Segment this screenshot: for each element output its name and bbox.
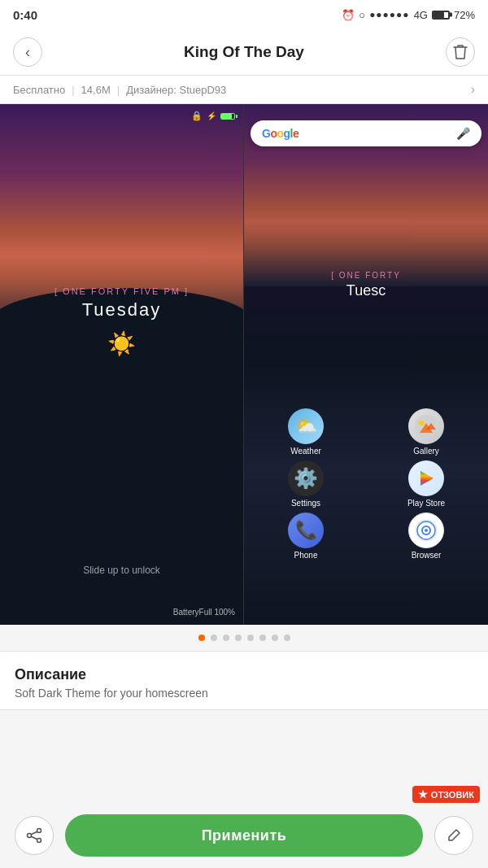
delete-button[interactable] bbox=[446, 37, 475, 67]
battery-indicator bbox=[432, 11, 450, 20]
browser-icon bbox=[408, 513, 444, 548]
battery-full-text: BatteryFull 100% bbox=[173, 608, 235, 617]
gallery-mountain-icon bbox=[415, 415, 438, 438]
lockscreen-time-area: [ ONE FORTY FIVE PM ] Tuesday ☀️ bbox=[0, 286, 243, 357]
watermark: ★ ОТЗОВИК bbox=[412, 786, 480, 803]
phone-icon: 📞 bbox=[288, 513, 324, 548]
time-bracket: [ ONE FORTY FIVE PM ] bbox=[54, 286, 189, 296]
dot-4[interactable] bbox=[235, 635, 242, 641]
divider1: | bbox=[72, 84, 74, 96]
watermark-text: ОТЗОВИК bbox=[431, 790, 474, 800]
battery-green bbox=[220, 113, 235, 120]
homescreen-preview: Google 🎤 [ ONE FORTY Tuesc ⛅ Weather bbox=[244, 104, 488, 625]
page-title: King Of The Day bbox=[42, 43, 446, 61]
battery-percent: 72% bbox=[454, 9, 475, 21]
weather-icon: ⛅ bbox=[288, 408, 324, 444]
apply-button[interactable]: Применить bbox=[65, 814, 423, 857]
bottom-bar: Применить bbox=[0, 803, 488, 868]
network-type: 4G bbox=[414, 9, 428, 21]
star-icon: ★ bbox=[418, 788, 428, 800]
divider2: | bbox=[117, 84, 120, 96]
edit-button[interactable] bbox=[434, 816, 473, 855]
hills-silhouette bbox=[0, 312, 243, 625]
description-section: Описание Soft Dark Theme for your homesc… bbox=[0, 651, 488, 710]
homescreen-time: [ ONE FORTY Tuesc bbox=[244, 271, 488, 299]
back-button[interactable]: ‹ bbox=[13, 37, 42, 67]
svg-point-12 bbox=[28, 834, 32, 838]
dot-5[interactable] bbox=[247, 635, 254, 641]
gallery-label: Gallery bbox=[413, 447, 439, 456]
preview-dots bbox=[0, 625, 488, 651]
svg-point-9 bbox=[425, 529, 428, 532]
app-icons-grid: ⛅ Weather Gallery ⚙️ bbox=[247, 408, 485, 560]
dot-6[interactable] bbox=[259, 635, 266, 641]
lightning-icon: ⚡ bbox=[207, 111, 216, 120]
app-gallery[interactable]: Gallery bbox=[368, 408, 485, 456]
signal-icon: ●●●●●● bbox=[369, 9, 410, 20]
status-right: ⏰ ○ ●●●●●● 4G 72% bbox=[342, 9, 475, 21]
subtitle-bar: Бесплатно | 14,6M | Дизайнер: StuepD93 › bbox=[0, 76, 488, 104]
day-name-right: Tuesc bbox=[346, 282, 386, 299]
alarm-icon: ⏰ bbox=[342, 9, 355, 21]
playstore-label: Play Store bbox=[407, 499, 445, 508]
settings-label: Settings bbox=[291, 499, 320, 508]
header: ‹ King Of The Day bbox=[0, 29, 488, 76]
dot-2[interactable] bbox=[211, 635, 217, 641]
svg-line-13 bbox=[31, 831, 37, 835]
dot-8[interactable] bbox=[284, 635, 290, 641]
gear-icon: ⚙️ bbox=[294, 467, 318, 490]
playstore-icon bbox=[408, 460, 444, 496]
edit-icon bbox=[447, 828, 461, 843]
chevron-right-icon[interactable]: › bbox=[471, 82, 475, 97]
svg-point-3 bbox=[419, 421, 424, 425]
mic-icon[interactable]: 🎤 bbox=[456, 127, 470, 140]
lockscreen-top-icons: 🔒 ⚡ bbox=[191, 111, 235, 121]
app-browser[interactable]: Browser bbox=[368, 513, 485, 560]
app-weather[interactable]: ⛅ Weather bbox=[247, 408, 364, 456]
circle-icon: ○ bbox=[359, 9, 365, 21]
slide-unlock-text: Slide up to unlock bbox=[0, 565, 243, 576]
svg-line-14 bbox=[31, 836, 37, 840]
dot-7[interactable] bbox=[272, 635, 278, 641]
gallery-icon bbox=[408, 408, 444, 444]
preview-section: 🔒 ⚡ [ ONE FORTY FIVE PM ] Tuesday ☀️ Sli… bbox=[0, 104, 488, 625]
play-triangle-icon bbox=[416, 468, 437, 489]
svg-marker-4 bbox=[420, 471, 434, 486]
lockscreen-preview: 🔒 ⚡ [ ONE FORTY FIVE PM ] Tuesday ☀️ Sli… bbox=[0, 104, 244, 625]
share-icon bbox=[26, 827, 42, 844]
google-search-bar[interactable]: Google 🎤 bbox=[251, 120, 481, 146]
dot-3[interactable] bbox=[223, 635, 229, 641]
settings-icon: ⚙️ bbox=[288, 460, 324, 496]
size-label: 14,6M bbox=[81, 84, 111, 96]
app-playstore[interactable]: Play Store bbox=[368, 460, 485, 508]
app-settings[interactable]: ⚙️ Settings bbox=[247, 460, 364, 508]
share-button[interactable] bbox=[15, 816, 54, 855]
google-logo: Google bbox=[262, 127, 298, 140]
time-bracket-right: [ ONE FORTY bbox=[331, 271, 401, 280]
description-title: Описание bbox=[15, 666, 473, 683]
weather-label: Weather bbox=[290, 447, 321, 456]
app-phone[interactable]: 📞 Phone bbox=[247, 513, 364, 560]
weather-cloud-icon: ⛅ bbox=[295, 416, 317, 437]
sun-icon: ☀️ bbox=[107, 330, 136, 357]
description-text: Soft Dark Theme for your homescreen bbox=[15, 687, 473, 700]
dot-1[interactable] bbox=[198, 635, 205, 641]
status-bar: 0:40 ⏰ ○ ●●●●●● 4G 72% bbox=[0, 0, 488, 29]
price-label: Бесплатно bbox=[13, 84, 65, 96]
status-time: 0:40 bbox=[13, 8, 37, 22]
day-name: Tuesday bbox=[82, 299, 162, 321]
browser-globe-icon bbox=[415, 519, 438, 542]
lock-icon: 🔒 bbox=[191, 111, 203, 121]
svg-point-11 bbox=[37, 839, 41, 843]
browser-label: Browser bbox=[412, 551, 442, 560]
phone-label: Phone bbox=[294, 551, 318, 560]
designer-label: Дизайнер: StuepD93 bbox=[126, 84, 226, 96]
svg-point-10 bbox=[37, 829, 41, 833]
phone-handset-icon: 📞 bbox=[295, 520, 317, 541]
